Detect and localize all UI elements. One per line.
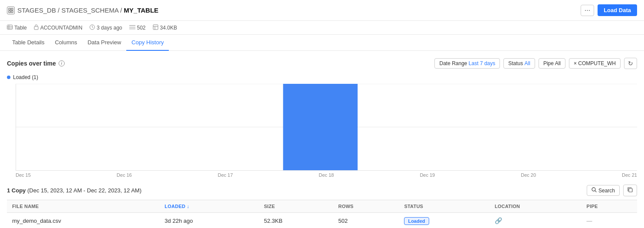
cell-size: 52.3KB (259, 213, 333, 228)
col-status: STATUS (399, 200, 489, 213)
table-row: my_demo_data.csv 3d 22h ago 52.3KB 502 L… (7, 213, 637, 228)
data-table: FILE NAME LOADED ↓ SIZE ROWS STATUS LOCA… (7, 200, 637, 228)
cell-status: Loaded (399, 213, 489, 228)
load-data-button[interactable]: Load Data (598, 4, 637, 16)
info-icon[interactable]: i (59, 60, 65, 66)
tab-columns[interactable]: Columns (49, 35, 82, 51)
table-section-header: 1 Copy (Dec 15, 2023, 12 AM - Dec 22, 20… (7, 185, 637, 196)
pipe-button[interactable]: Pipe All (539, 58, 565, 69)
svg-rect-3 (11, 11, 13, 13)
col-rows: ROWS (333, 200, 399, 213)
svg-line-19 (595, 191, 596, 192)
breadcrumb: STAGES_DB / STAGES_SCHEMA / MY_TABLE (17, 7, 158, 14)
page-header: STAGES_DB / STAGES_SCHEMA / MY_TABLE ···… (0, 0, 644, 21)
table-actions: Search (587, 185, 637, 196)
meta-type-label: Table (14, 25, 27, 31)
svg-rect-20 (629, 188, 632, 192)
clock-icon (89, 24, 95, 31)
refresh-button[interactable]: ↻ (624, 58, 637, 69)
svg-rect-2 (9, 11, 10, 13)
meta-row: Table ACCOUNTADMIN 3 days ago 502 (0, 21, 644, 35)
content-area: Copies over time i Date Range Last 7 day… (0, 51, 644, 228)
meta-time-label: 3 days ago (97, 25, 122, 31)
link-icon[interactable]: 🔗 (495, 217, 502, 224)
cell-rows: 502 (333, 213, 399, 228)
chart-section: Copies over time i Date Range Last 7 day… (7, 58, 637, 178)
search-icon (591, 187, 597, 194)
size-icon (153, 24, 158, 31)
legend-dot (7, 76, 10, 79)
meta-rows: 502 (129, 25, 146, 31)
header-actions: ··· Load Data (581, 4, 637, 16)
compute-button[interactable]: × COMPUTE_WH (569, 58, 621, 69)
object-icon (7, 7, 15, 14)
table-body: my_demo_data.csv 3d 22h ago 52.3KB 502 L… (7, 213, 637, 228)
svg-rect-0 (9, 8, 10, 10)
breadcrumb-area: STAGES_DB / STAGES_SCHEMA / MY_TABLE (7, 7, 158, 14)
col-loaded[interactable]: LOADED ↓ (159, 200, 259, 213)
svg-rect-8 (34, 26, 38, 30)
chart-area (16, 84, 637, 171)
rows-icon (129, 25, 135, 30)
svg-rect-1 (11, 8, 13, 10)
cell-loaded: 3d 22h ago (159, 213, 259, 228)
legend-label: Loaded (1) (13, 74, 38, 80)
x-axis: Dec 15 Dec 16 Dec 17 Dec 18 Dec 19 Dec 2… (16, 171, 637, 178)
search-button[interactable]: Search (587, 185, 620, 196)
meta-type: Table (7, 25, 27, 31)
meta-rows-label: 502 (137, 25, 146, 31)
meta-time: 3 days ago (89, 24, 122, 31)
chart-legend: Loaded (1) (7, 74, 637, 80)
tab-table-details[interactable]: Table Details (7, 35, 49, 51)
more-button[interactable]: ··· (581, 5, 594, 16)
meta-user: ACCOUNTADMIN (34, 24, 82, 31)
status-button[interactable]: Status All (503, 58, 535, 69)
table-head: FILE NAME LOADED ↓ SIZE ROWS STATUS LOCA… (7, 200, 637, 213)
cell-file-name: my_demo_data.csv (7, 213, 159, 228)
col-file-name: FILE NAME (7, 200, 159, 213)
copy-button[interactable] (623, 185, 637, 196)
table-section: 1 Copy (Dec 15, 2023, 12 AM - Dec 22, 20… (7, 185, 637, 228)
chart-bar (283, 84, 358, 170)
tab-data-preview[interactable]: Data Preview (82, 35, 126, 51)
svg-rect-13 (153, 25, 158, 30)
col-size: SIZE (259, 200, 333, 213)
chart-svg (16, 84, 637, 170)
date-range-button[interactable]: Date Range Last 7 days (434, 58, 500, 69)
col-pipe: PIPE (582, 200, 637, 213)
col-location: LOCATION (490, 200, 582, 213)
svg-rect-4 (7, 25, 13, 30)
chart-title: Copies over time i (7, 60, 65, 67)
table-summary: 1 Copy (Dec 15, 2023, 12 AM - Dec 22, 20… (7, 187, 141, 194)
chart-controls: Date Range Last 7 days Status All Pipe A… (434, 58, 637, 69)
meta-size-label: 34.0KB (160, 25, 177, 31)
cell-pipe: — (582, 213, 637, 228)
meta-user-label: ACCOUNTADMIN (40, 25, 82, 31)
meta-size: 34.0KB (153, 24, 177, 31)
cell-location: 🔗 (490, 213, 582, 228)
pipe-dash: — (587, 218, 592, 224)
chart-header: Copies over time i Date Range Last 7 day… (7, 58, 637, 69)
status-badge: Loaded (404, 217, 429, 225)
table-icon (7, 25, 13, 30)
tab-bar: Table Details Columns Data Preview Copy … (0, 35, 644, 51)
tab-copy-history[interactable]: Copy History (126, 35, 169, 51)
lock-icon (34, 24, 39, 31)
sort-icon: ↓ (187, 204, 189, 209)
